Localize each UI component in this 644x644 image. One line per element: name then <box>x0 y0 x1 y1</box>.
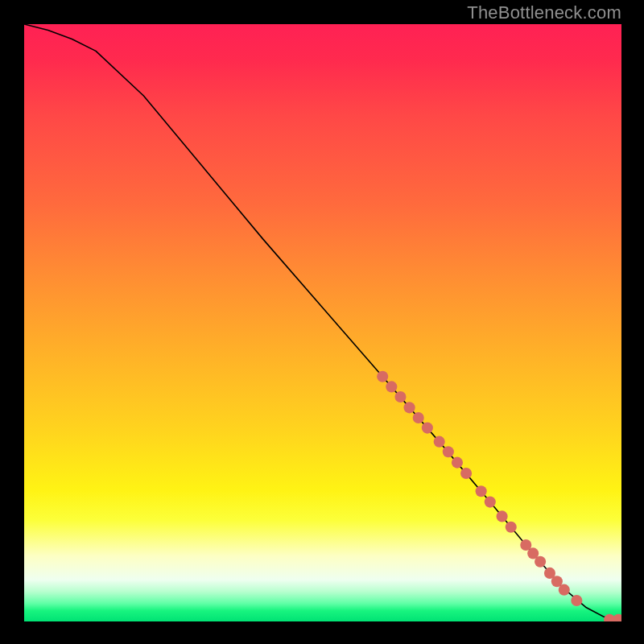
curve-marker <box>377 371 388 382</box>
curve-marker <box>404 402 415 413</box>
curve-marker <box>394 391 406 402</box>
marker-group <box>377 371 621 621</box>
curve-marker <box>452 457 463 469</box>
curve-marker <box>535 556 546 568</box>
curve-layer <box>24 24 621 621</box>
watermark-text: TheBottleneck.com <box>467 2 621 23</box>
curve-marker <box>506 522 517 533</box>
curve-marker <box>559 584 570 596</box>
curve-marker <box>571 595 582 606</box>
chart-stage: TheBottleneck.com <box>0 0 644 644</box>
curve-marker <box>613 614 621 621</box>
curve-marker <box>476 485 487 497</box>
plot-area <box>24 24 621 621</box>
curve-marker <box>443 446 454 457</box>
curve-marker <box>497 510 508 522</box>
curve-marker <box>386 381 397 392</box>
curve-marker <box>434 436 445 448</box>
bottleneck-curve <box>24 24 621 620</box>
curve-marker <box>422 423 433 434</box>
curve-marker <box>485 497 496 508</box>
curve-marker <box>460 468 472 479</box>
curve-marker <box>413 412 424 423</box>
